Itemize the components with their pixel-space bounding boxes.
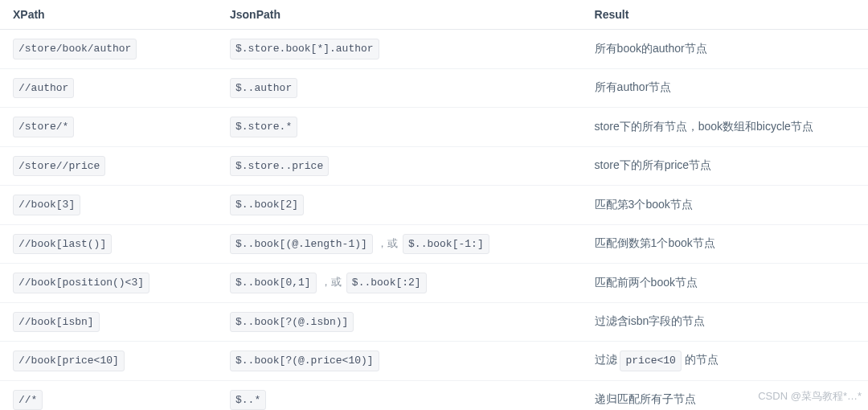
header-xpath: XPath	[0, 0, 217, 30]
cell-jsonpath: $..book[?(@.isbn)]	[217, 302, 582, 342]
cell-jsonpath: $..book[2]	[217, 186, 582, 225]
result-text: 所有author节点	[595, 80, 672, 93]
jsonpath-code: $..book[2]	[230, 195, 304, 215]
jsonpath-code: $..book[(@.length-1)]	[230, 234, 373, 255]
separator-text: ，或	[318, 276, 345, 288]
table-row: //*$..*递归匹配所有子节点	[0, 380, 868, 410]
table-row: //book[last()]$..book[(@.length-1)] ，或 $…	[0, 224, 868, 264]
result-text: 过滤含isbn字段的节点	[595, 314, 706, 327]
comparison-table: XPath JsonPath Result /store/book/author…	[0, 0, 868, 410]
cell-xpath: //book[last()]	[0, 224, 217, 264]
result-text: store下的所有price节点	[595, 158, 711, 171]
xpath-code: /store/*	[13, 117, 74, 137]
jsonpath-code: $..book[-1:]	[403, 234, 489, 255]
cell-jsonpath: $.store.book[*].author	[217, 30, 582, 69]
cell-result: store下的所有price节点	[582, 146, 868, 186]
cell-xpath: /store//price	[0, 146, 217, 186]
cell-xpath: //book[isbn]	[0, 302, 217, 342]
header-result: Result	[582, 0, 868, 30]
jsonpath-code: $.store..price	[230, 156, 329, 177]
cell-result: store下的所有节点，book数组和bicycle节点	[582, 108, 868, 147]
cell-jsonpath: $.store..price	[217, 146, 582, 186]
result-text: 的节点	[682, 353, 719, 366]
xpath-code: //book[3]	[13, 195, 80, 215]
cell-result: 递归匹配所有子节点	[582, 380, 868, 410]
header-jsonpath: JsonPath	[217, 0, 582, 30]
xpath-code: //author	[13, 78, 74, 99]
xpath-code: //book[position()<3]	[13, 273, 149, 293]
result-text: 匹配第3个book节点	[595, 198, 693, 211]
result-text: 匹配前两个book节点	[595, 276, 698, 289]
table-row: /store/*$.store.*store下的所有节点，book数组和bicy…	[0, 108, 868, 147]
cell-jsonpath: $..book[0,1] ，或 $..book[:2]	[217, 264, 582, 303]
xpath-code: //book[last()]	[13, 234, 112, 255]
table-row: //book[isbn]$..book[?(@.isbn)]过滤含isbn字段的…	[0, 302, 868, 342]
cell-jsonpath: $..*	[217, 380, 582, 410]
cell-xpath: //book[price<10]	[0, 342, 217, 381]
cell-result: 过滤 price<10 的节点	[582, 342, 868, 381]
cell-result: 过滤含isbn字段的节点	[582, 302, 868, 342]
cell-result: 匹配倒数第1个book节点	[582, 224, 868, 264]
result-text: 匹配倒数第1个book节点	[595, 236, 715, 249]
jsonpath-code: $..book[?(@.isbn)]	[230, 312, 354, 333]
cell-result: 匹配第3个book节点	[582, 186, 868, 225]
cell-xpath: /store/*	[0, 108, 217, 147]
table-header-row: XPath JsonPath Result	[0, 0, 868, 30]
jsonpath-code: $..book[0,1]	[230, 273, 317, 293]
cell-jsonpath: $..book[?(@.price<10)]	[217, 342, 582, 381]
result-text: 递归匹配所有子节点	[595, 392, 696, 405]
cell-jsonpath: $..book[(@.length-1)] ，或 $..book[-1:]	[217, 224, 582, 264]
table-row: /store//price$.store..pricestore下的所有pric…	[0, 146, 868, 186]
result-text: store下的所有节点，book数组和bicycle节点	[595, 120, 813, 133]
table-row: //author$..author所有author节点	[0, 68, 868, 108]
table-row: //book[3]$..book[2]匹配第3个book节点	[0, 186, 868, 225]
cell-xpath: //book[position()<3]	[0, 264, 217, 303]
cell-jsonpath: $.store.*	[217, 108, 582, 147]
jsonpath-code: $..author	[230, 78, 297, 99]
cell-result: 匹配前两个book节点	[582, 264, 868, 303]
separator-text: ，或	[375, 237, 401, 249]
jsonpath-code: $..book[?(@.price<10)]	[230, 351, 379, 371]
table-row: /store/book/author$.store.book[*].author…	[0, 30, 868, 69]
cell-xpath: /store/book/author	[0, 30, 217, 69]
jsonpath-code: $.store.*	[230, 117, 297, 137]
table-row: //book[position()<3]$..book[0,1] ，或 $..b…	[0, 264, 868, 303]
xpath-code: /store//price	[13, 156, 105, 177]
result-text: 所有book的author节点	[595, 42, 707, 55]
xpath-code: //*	[13, 390, 43, 411]
jsonpath-code: $..book[:2]	[346, 273, 427, 293]
cell-result: 所有book的author节点	[582, 30, 868, 69]
xpath-code: /store/book/author	[13, 39, 137, 59]
table-row: //book[price<10]$..book[?(@.price<10)]过滤…	[0, 342, 868, 381]
cell-xpath: //*	[0, 380, 217, 410]
cell-xpath: //book[3]	[0, 186, 217, 225]
xpath-code: //book[isbn]	[13, 312, 100, 333]
cell-jsonpath: $..author	[217, 68, 582, 108]
result-text: 过滤	[595, 353, 620, 366]
jsonpath-code: $..*	[230, 390, 266, 411]
jsonpath-code: $.store.book[*].author	[230, 39, 379, 59]
cell-result: 所有author节点	[582, 68, 868, 108]
xpath-code: //book[price<10]	[13, 351, 125, 371]
result-code: price<10	[620, 351, 681, 371]
cell-xpath: //author	[0, 68, 217, 108]
